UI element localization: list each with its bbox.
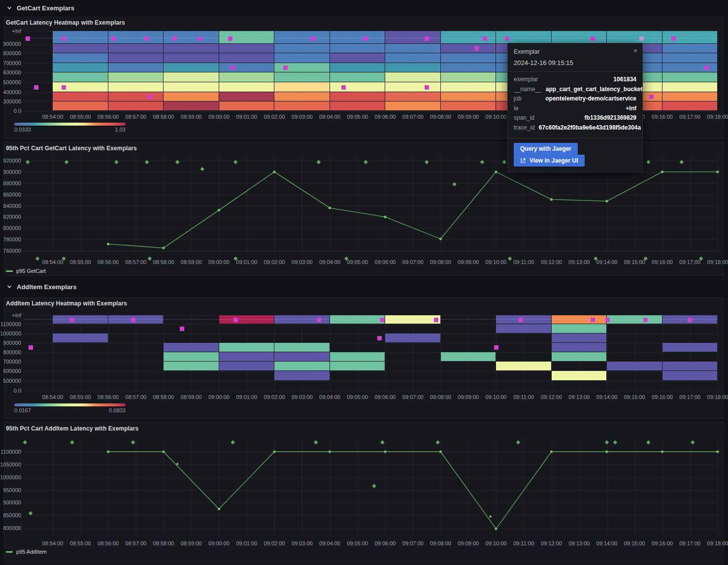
exemplar-marker[interactable] xyxy=(145,36,149,41)
y-axis-tick-label: 820000 xyxy=(0,214,21,220)
x-axis-tick-label: 09:02:00 xyxy=(264,394,285,400)
heatmap-cell xyxy=(385,31,440,43)
tooltip-field-key: job xyxy=(514,95,522,102)
series-legend[interactable]: p95 GetCart xyxy=(6,268,46,274)
color-scale-gradient xyxy=(14,403,126,406)
heatmap-cell xyxy=(441,44,496,53)
section-header-getcart[interactable]: GetCart Exemplars xyxy=(0,0,728,16)
chevron-down-icon xyxy=(6,5,12,11)
heatmap-cell xyxy=(219,53,274,63)
heatmap-cell xyxy=(552,333,607,342)
exemplar-marker[interactable] xyxy=(671,36,676,41)
heatmap-cell xyxy=(108,63,164,72)
exemplar-marker[interactable] xyxy=(434,318,438,322)
exemplar-marker[interactable] xyxy=(131,318,135,322)
exemplar-marker[interactable] xyxy=(425,85,429,90)
exemplar-marker[interactable] xyxy=(34,85,38,90)
tooltip-field-key: le xyxy=(514,105,518,112)
tooltip-field-value: +Inf xyxy=(626,105,636,112)
legend-series-label[interactable]: p95 AddItem xyxy=(16,549,47,555)
x-axis-tick-label: 08:54:00 xyxy=(42,540,64,546)
heatmap-cell xyxy=(330,53,385,63)
chevron-down-icon xyxy=(6,284,12,290)
series-legend[interactable]: p95 AddItem xyxy=(6,549,47,555)
x-axis-tick-label: 09:07:00 xyxy=(402,259,424,265)
gridline xyxy=(274,157,275,252)
exemplar-marker[interactable] xyxy=(494,345,498,350)
x-axis-tick-label: 08:59:00 xyxy=(181,259,202,265)
view-in-jaeger-button[interactable]: View in Jaeger UI xyxy=(514,155,585,166)
exemplar-marker[interactable] xyxy=(591,36,595,41)
exemplar-marker[interactable] xyxy=(605,318,610,322)
exemplar-marker[interactable] xyxy=(639,36,644,41)
exemplar-marker[interactable] xyxy=(283,66,288,70)
heatmap-cell xyxy=(53,333,108,342)
exemplar-marker[interactable] xyxy=(649,95,654,99)
exemplar-marker[interactable] xyxy=(228,36,232,41)
exemplar-marker[interactable] xyxy=(643,318,648,322)
exemplar-marker[interactable] xyxy=(364,36,368,41)
exemplar-marker[interactable] xyxy=(172,36,177,41)
exemplar-marker[interactable] xyxy=(147,95,152,99)
heatmap-cell xyxy=(219,362,274,370)
legend-series-label[interactable]: p95 GetCart xyxy=(16,268,46,274)
exemplar-marker[interactable] xyxy=(591,318,595,322)
section-header-additem[interactable]: AddItem Exemplars xyxy=(0,279,728,295)
gridline xyxy=(136,157,136,252)
gridline xyxy=(718,438,718,534)
heatmap-cell xyxy=(441,72,496,82)
y-axis-tick-label: 900000 xyxy=(0,499,21,505)
query-with-jaeger-button[interactable]: Query with Jaeger xyxy=(514,143,578,155)
x-axis-tick-label: 09:15:00 xyxy=(624,540,645,546)
exemplar-marker[interactable] xyxy=(341,85,346,90)
exemplar-marker[interactable] xyxy=(704,66,709,70)
heatmap-cell xyxy=(385,44,440,53)
exemplar-marker[interactable] xyxy=(62,36,66,41)
close-icon[interactable]: × xyxy=(633,47,637,54)
heatmap-cell xyxy=(219,101,274,110)
exemplar-marker[interactable] xyxy=(380,318,385,322)
panel-title-additem-heatmap[interactable]: AddItem Latency Heatmap with Exemplars xyxy=(6,300,127,307)
exemplar-marker[interactable] xyxy=(233,318,238,322)
exemplar-marker[interactable] xyxy=(519,318,523,322)
heatmap-cell xyxy=(53,44,108,53)
heatmap-cell xyxy=(662,371,718,380)
x-axis-tick-label: 08:55:00 xyxy=(70,114,91,120)
exemplar-marker[interactable] xyxy=(505,36,509,41)
heatmap-cell xyxy=(552,352,607,361)
exemplar-guide-line xyxy=(24,319,718,320)
exemplar-marker[interactable] xyxy=(180,327,184,331)
panel-title-additem-latency[interactable]: 95th Pct Cart AddItem Latency with Exemp… xyxy=(6,425,138,432)
x-axis-tick-label: 09:00:00 xyxy=(208,394,230,400)
exemplar-marker[interactable] xyxy=(317,318,321,322)
x-axis-tick-label: 09:10:00 xyxy=(486,114,507,120)
exemplar-marker[interactable] xyxy=(231,66,235,70)
legend-series-swatch xyxy=(6,270,13,272)
exemplar-marker[interactable] xyxy=(425,36,429,41)
x-axis-tick-label: 08:58:00 xyxy=(153,394,174,400)
external-link-icon xyxy=(520,158,526,164)
x-axis-tick-label: 09:08:00 xyxy=(430,259,451,265)
panel-title-getcart-heatmap[interactable]: GetCart Latency Heatmap with Exemplars xyxy=(6,19,125,26)
exemplar-marker[interactable] xyxy=(311,36,315,41)
exemplar-marker[interactable] xyxy=(688,318,692,322)
gridline xyxy=(24,515,718,516)
exemplar-marker[interactable] xyxy=(29,345,33,350)
exemplar-marker[interactable] xyxy=(26,36,30,41)
exemplar-marker[interactable] xyxy=(62,85,66,90)
exemplar-marker[interactable] xyxy=(198,36,202,41)
exemplar-marker[interactable] xyxy=(483,36,487,41)
exemplar-marker[interactable] xyxy=(111,36,116,41)
button-label: Query with Jaeger xyxy=(520,145,571,152)
y-axis-tick-label: 760000 xyxy=(0,248,21,254)
tooltip-field-row: exemplar1061834 xyxy=(514,76,636,86)
exemplar-marker[interactable] xyxy=(70,318,74,322)
gridline xyxy=(24,195,718,195)
exemplar-marker[interactable] xyxy=(474,46,479,51)
x-axis-tick-label: 09:12:00 xyxy=(541,394,562,400)
x-axis-tick-label: 09:17:00 xyxy=(679,114,700,120)
panel-title-getcart-latency[interactable]: 95th Pct Cart GetCart Latency with Exemp… xyxy=(6,145,137,152)
x-axis-tick-label: 09:01:00 xyxy=(236,114,257,120)
heatmap-cell xyxy=(662,44,718,53)
exemplar-marker[interactable] xyxy=(377,336,382,340)
